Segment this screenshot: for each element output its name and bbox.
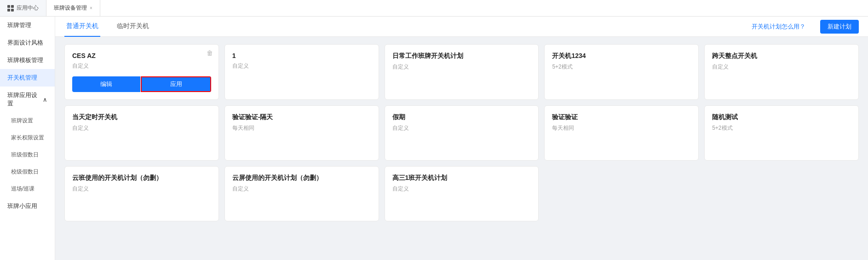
sidebar: 班牌管理 界面设计风格 班牌模板管理 开关机管理 班牌应用设置 ∧ 班牌设置 家… xyxy=(0,17,55,260)
card-actions: 编辑 应用 xyxy=(72,76,211,92)
app-center-icon xyxy=(7,5,14,12)
card-subtitle: 5+2模式 xyxy=(712,124,851,132)
card-title: 高三1班开关机计划 xyxy=(392,174,531,182)
sidebar-item-class-holiday[interactable]: 班级假数日 xyxy=(0,146,55,163)
card-daily-timed[interactable]: 当天定时开关机 自定义 xyxy=(64,105,219,161)
card-subtitle: 自定义 xyxy=(392,63,531,71)
card-subtitle: 5+2模式 xyxy=(552,63,691,71)
tab-close-icon[interactable]: × xyxy=(90,6,92,11)
card-ces-az[interactable]: 🗑 CES AZ 自定义 编辑 应用 xyxy=(64,44,219,100)
help-link[interactable]: 开关机计划怎么用？ xyxy=(752,23,805,31)
card-subtitle: 自定义 xyxy=(232,62,371,70)
sidebar-item-mini-app[interactable]: 班牌小应用 xyxy=(0,197,55,215)
sidebar-item-banpai-mgmt[interactable]: 班牌管理 xyxy=(0,17,55,34)
chevron-up-icon: ∧ xyxy=(43,96,47,103)
card-verify-verify[interactable]: 验证验证 每天相同 xyxy=(544,105,699,161)
card-daily-work[interactable]: 日常工作班牌开关机计划 自定义 xyxy=(385,44,539,100)
sidebar-item-patrol[interactable]: 巡场/巡课 xyxy=(0,180,55,197)
card-title: 1 xyxy=(232,52,371,59)
card-title: CES AZ xyxy=(72,52,211,59)
card-title: 假期 xyxy=(392,113,531,121)
sidebar-item-school-holiday[interactable]: 校级假数日 xyxy=(0,163,55,180)
main-tab[interactable]: 班牌设备管理 × xyxy=(46,0,100,16)
sidebar-item-parent-settings[interactable]: 家长权限设置 xyxy=(0,129,55,146)
card-title: 验证验证-隔天 xyxy=(232,113,371,121)
card-title: 云班使用的开关机计划（勿删） xyxy=(72,174,211,182)
sidebar-item-ui-style[interactable]: 界面设计风格 xyxy=(0,34,55,52)
card-subtitle: 自定义 xyxy=(232,185,371,193)
sidebar-item-switch-mgmt[interactable]: 开关机管理 xyxy=(0,69,55,87)
card-subtitle: 每天相同 xyxy=(232,124,371,132)
content-area: 普通开关机 临时开关机 开关机计划怎么用？ 新建计划 🗑 CES AZ 自定义 … xyxy=(55,17,868,260)
app-center-label: 应用中心 xyxy=(17,4,39,12)
apply-button[interactable]: 应用 xyxy=(141,76,211,92)
card-subtitle: 自定义 xyxy=(72,185,211,193)
card-holiday[interactable]: 假期 自定义 xyxy=(385,105,539,161)
sidebar-item-app-settings[interactable]: 班牌应用设置 ∧ xyxy=(0,87,55,112)
card-subtitle: 自定义 xyxy=(72,124,211,132)
card-1[interactable]: 1 自定义 xyxy=(224,44,379,100)
sub-tabs: 普通开关机 临时开关机 开关机计划怎么用？ 新建计划 xyxy=(55,17,868,37)
card-yunping-plan[interactable]: 云屏使用的开关机计划（勿删） 自定义 xyxy=(224,166,379,221)
card-verify-every-other[interactable]: 验证验证-隔天 每天相同 xyxy=(224,105,379,161)
card-subtitle: 自定义 xyxy=(392,185,531,193)
card-switch-1234[interactable]: 开关机1234 5+2模式 xyxy=(544,44,699,100)
card-grade3-plan[interactable]: 高三1班开关机计划 自定义 xyxy=(385,166,539,221)
tab-normal[interactable]: 普通开关机 xyxy=(64,17,100,37)
delete-icon[interactable]: 🗑 xyxy=(207,49,213,57)
tab-label: 班牌设备管理 xyxy=(54,4,87,12)
card-cross-day[interactable]: 跨天整点开关机 自定义 xyxy=(704,44,859,100)
card-subtitle: 自定义 xyxy=(712,63,851,71)
card-title: 开关机1234 xyxy=(552,52,691,60)
card-subtitle: 自定义 xyxy=(72,62,211,70)
card-title: 跨天整点开关机 xyxy=(712,52,851,60)
tab-temp[interactable]: 临时开关机 xyxy=(115,17,151,37)
card-title: 当天定时开关机 xyxy=(72,113,211,121)
sidebar-item-template-mgmt[interactable]: 班牌模板管理 xyxy=(0,52,55,69)
edit-button[interactable]: 编辑 xyxy=(72,76,140,92)
card-title: 日常工作班牌开关机计划 xyxy=(392,52,531,60)
card-title: 云屏使用的开关机计划（勿删） xyxy=(232,174,371,182)
card-subtitle: 每天相同 xyxy=(552,124,691,132)
card-title: 验证验证 xyxy=(552,113,691,121)
sidebar-item-banpai-settings[interactable]: 班牌设置 xyxy=(0,112,55,129)
card-title: 随机测试 xyxy=(712,113,851,121)
card-yunban-plan[interactable]: 云班使用的开关机计划（勿删） 自定义 xyxy=(64,166,219,221)
new-plan-button[interactable]: 新建计划 xyxy=(820,20,859,34)
card-subtitle: 自定义 xyxy=(392,124,531,132)
app-center-tab[interactable]: 应用中心 xyxy=(0,0,46,16)
card-random-test[interactable]: 随机测试 5+2模式 xyxy=(704,105,859,161)
